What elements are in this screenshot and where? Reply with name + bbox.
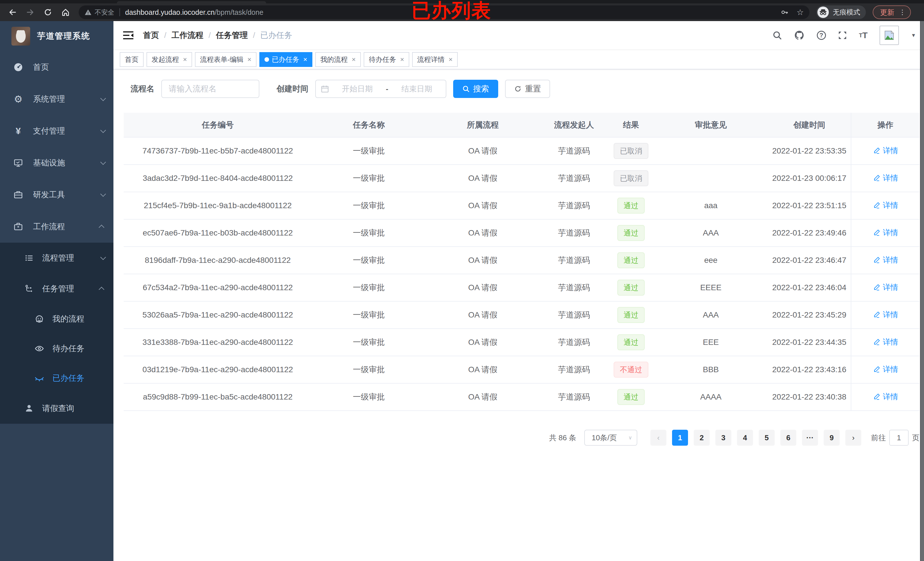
detail-link[interactable]: 详情 xyxy=(873,173,898,183)
breadcrumb-task-mgmt[interactable]: 任务管理 xyxy=(216,30,248,41)
cell-task-id: 331e3388-7b9a-11ec-a290-acde48001122 xyxy=(142,338,293,347)
close-icon[interactable]: × xyxy=(248,55,251,63)
tab-4[interactable]: 我的流程× xyxy=(315,52,361,67)
browser-menu-icon[interactable]: ⋮ xyxy=(899,8,906,16)
tab-label: 我的流程 xyxy=(320,55,348,64)
github-icon[interactable] xyxy=(794,30,805,41)
detail-link[interactable]: 详情 xyxy=(873,227,898,238)
detail-label: 详情 xyxy=(883,255,898,265)
page-button-1[interactable]: 1 xyxy=(672,430,688,446)
bookmark-star-icon[interactable]: ☆ xyxy=(796,8,804,17)
process-name-input[interactable] xyxy=(161,80,260,98)
refresh-icon xyxy=(514,85,522,93)
toolbox-icon xyxy=(11,190,25,199)
close-icon[interactable]: × xyxy=(448,55,453,63)
key-icon[interactable] xyxy=(781,8,789,16)
page-button-9[interactable]: 9 xyxy=(824,430,840,446)
sidebar-item-pay[interactable]: ¥ 支付管理 xyxy=(0,115,113,147)
detail-label: 详情 xyxy=(883,310,898,320)
reload-icon[interactable] xyxy=(41,5,55,19)
goto-page-input[interactable] xyxy=(889,430,909,446)
detail-link[interactable]: 详情 xyxy=(873,310,898,320)
avatar[interactable] xyxy=(879,25,899,45)
table-row: 67c534a2-7b9a-11ec-a290-acde48001122一级审批… xyxy=(124,274,920,301)
cell-opinion: AAAA xyxy=(700,392,722,401)
detail-label: 详情 xyxy=(883,145,898,156)
cell-task-name: 一级审批 xyxy=(353,147,385,155)
close-icon[interactable]: × xyxy=(183,55,187,63)
prev-page-button[interactable]: ‹ xyxy=(650,430,666,446)
close-icon[interactable]: × xyxy=(303,55,307,63)
sidebar-item-home[interactable]: 首页 xyxy=(0,51,113,83)
browser-tab[interactable] xyxy=(117,1,266,3)
cell-starter: 芋道源码 xyxy=(558,310,590,319)
back-icon[interactable] xyxy=(6,5,20,19)
search-icon[interactable] xyxy=(772,30,782,40)
incognito-label: 无痕模式 xyxy=(833,8,860,17)
close-icon[interactable]: × xyxy=(400,55,404,63)
detail-link[interactable]: 详情 xyxy=(873,282,898,292)
menu-fold-icon[interactable] xyxy=(123,30,134,41)
detail-link[interactable]: 详情 xyxy=(873,255,898,265)
detail-link[interactable]: 详情 xyxy=(873,337,898,347)
breadcrumb-workflow[interactable]: 工作流程 xyxy=(172,30,204,41)
browser-scrollbar[interactable] xyxy=(920,21,924,561)
sidebar-item-workflow[interactable]: 工作流程 xyxy=(0,211,113,242)
sidebar-item-label: 支付管理 xyxy=(33,126,65,136)
sidebar-item-devtools[interactable]: 研发工具 xyxy=(0,179,113,211)
search-button[interactable]: 搜索 xyxy=(453,80,498,98)
breadcrumb-home[interactable]: 首页 xyxy=(143,30,159,41)
detail-link[interactable]: 详情 xyxy=(873,200,898,211)
col-created: 创建时间 xyxy=(768,113,851,137)
table-row: 331e3388-7b9a-11ec-a290-acde48001122一级审批… xyxy=(124,329,920,356)
page-ellipsis[interactable]: ··· xyxy=(802,430,818,446)
home-icon[interactable] xyxy=(59,5,72,19)
help-icon[interactable]: ? xyxy=(817,31,826,40)
page-button-3[interactable]: 3 xyxy=(716,430,731,446)
cell-opinion: aaa xyxy=(704,201,718,210)
edit-pen-icon xyxy=(873,311,880,319)
sidebar-item-system[interactable]: ⚙ 系统管理 xyxy=(0,83,113,115)
tab-2[interactable]: 流程表单-编辑× xyxy=(195,52,256,67)
date-range-picker[interactable]: 开始日期 - 结束日期 xyxy=(315,80,446,98)
close-icon[interactable]: × xyxy=(352,55,356,63)
user-icon xyxy=(23,404,35,413)
sidebar-item-leave-query[interactable]: 请假查询 xyxy=(0,393,113,424)
cell-task-name: 一级审批 xyxy=(353,174,385,183)
sidebar-logo[interactable]: 芋道管理系统 xyxy=(0,21,113,51)
page-button-4[interactable]: 4 xyxy=(737,430,753,446)
page-button-5[interactable]: 5 xyxy=(759,430,775,446)
tab-active[interactable]: 已办任务× xyxy=(260,52,312,67)
update-button[interactable]: 更新 ⋮ xyxy=(873,5,911,19)
sidebar-item-task-mgmt[interactable]: 任务管理 xyxy=(0,274,113,304)
page-button-6[interactable]: 6 xyxy=(780,430,796,446)
sidebar-item-todo-tasks[interactable]: 待办任务 xyxy=(0,334,113,364)
page-unit-label: 页 xyxy=(912,433,920,443)
sidebar-item-infra[interactable]: 基础设施 xyxy=(0,147,113,179)
fullscreen-icon[interactable] xyxy=(838,31,847,40)
tab-5[interactable]: 待办任务× xyxy=(364,52,409,67)
workflow-submenu: 流程管理 任务管理 我的流程 待办任务 xyxy=(0,242,113,424)
page-size-select[interactable]: 10条/页 ∨ xyxy=(584,430,637,446)
sidebar-item-label: 基础设施 xyxy=(33,157,65,168)
detail-link[interactable]: 详情 xyxy=(873,145,898,156)
page-button-2[interactable]: 2 xyxy=(694,430,710,446)
edit-pen-icon xyxy=(873,338,880,346)
col-starter: 流程发起人 xyxy=(540,113,608,137)
chevron-down-icon xyxy=(100,127,106,133)
incognito-icon xyxy=(818,6,829,18)
sidebar-item-my-process[interactable]: 我的流程 xyxy=(0,304,113,334)
font-size-icon[interactable]: TT xyxy=(859,30,868,40)
reset-button[interactable]: 重置 xyxy=(505,80,550,98)
next-page-button[interactable]: › xyxy=(845,430,861,446)
detail-link[interactable]: 详情 xyxy=(873,392,898,402)
sidebar-item-done-tasks[interactable]: 已办任务 xyxy=(0,364,113,393)
tab-1[interactable]: 发起流程× xyxy=(147,52,192,67)
cell-created: 2022-01-22 23:51:15 xyxy=(772,201,846,210)
tab-0[interactable]: 首页 xyxy=(120,52,144,67)
avatar-caret-icon[interactable]: ▼ xyxy=(911,33,916,39)
tab-6[interactable]: 流程详情× xyxy=(412,52,458,67)
forward-icon[interactable] xyxy=(23,5,37,19)
sidebar-item-process-mgmt[interactable]: 流程管理 xyxy=(0,242,113,274)
detail-link[interactable]: 详情 xyxy=(873,364,898,374)
